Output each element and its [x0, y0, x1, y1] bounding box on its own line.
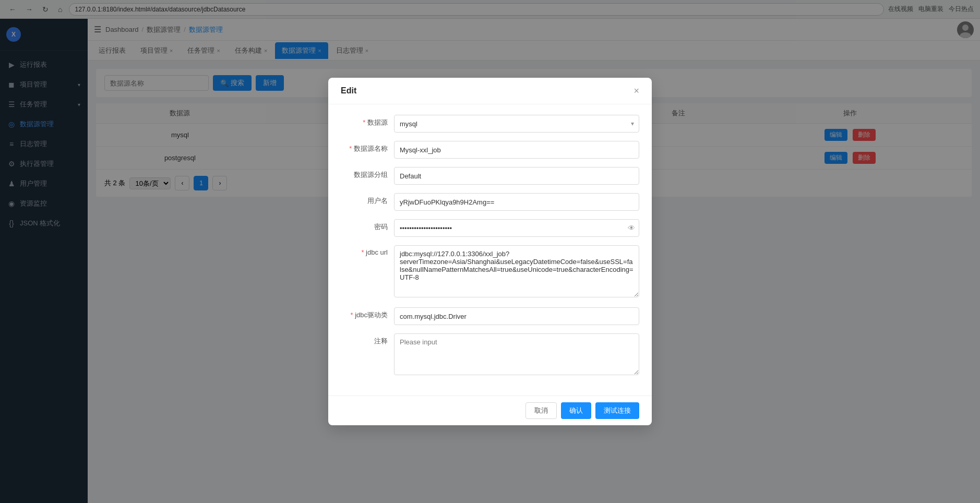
test-connection-button[interactable]: 测试连接	[595, 402, 639, 419]
password-wrap: 👁	[394, 219, 639, 237]
modal-footer: 取消 确认 测试连接	[328, 396, 652, 425]
comment-wrap	[394, 333, 639, 377]
password-input-wrap: 👁	[394, 219, 639, 237]
jdbc-url-textarea[interactable]: jdbc:mysql://127.0.0.1:3306/xxl_job?serv…	[394, 245, 639, 297]
datasource-wrap: mysql postgresql oracle sqlserver ▾	[394, 115, 639, 133]
modal-header: Edit ×	[328, 78, 652, 104]
jdbc-driver-input[interactable]	[394, 307, 639, 325]
form-row-datasource-name: 数据源名称	[341, 141, 639, 159]
form-row-jdbc-url: jdbc url jdbc:mysql://127.0.0.1:3306/xxl…	[341, 245, 639, 299]
edit-modal: Edit × 数据源 mysql postgresql oracle sqlse…	[328, 78, 652, 425]
cancel-button[interactable]: 取消	[525, 402, 557, 419]
label-jdbc-driver: jdbc驱动类	[341, 307, 388, 320]
datasource-select-wrap: mysql postgresql oracle sqlserver ▾	[394, 115, 639, 133]
modal-body: 数据源 mysql postgresql oracle sqlserver ▾	[328, 104, 652, 396]
comment-textarea[interactable]	[394, 333, 639, 375]
password-visibility-toggle[interactable]: 👁	[628, 224, 635, 232]
modal-overlay: Edit × 数据源 mysql postgresql oracle sqlse…	[0, 0, 980, 503]
form-row-username: 用户名	[341, 193, 639, 211]
form-row-datasource: 数据源 mysql postgresql oracle sqlserver ▾	[341, 115, 639, 133]
label-datasource-name: 数据源名称	[341, 141, 388, 153]
label-comment: 注释	[341, 333, 388, 346]
datasource-name-wrap	[394, 141, 639, 159]
datasource-group-wrap	[394, 167, 639, 185]
username-wrap	[394, 193, 639, 211]
datasource-group-input[interactable]	[394, 167, 639, 185]
datasource-select[interactable]: mysql postgresql oracle sqlserver	[394, 115, 639, 133]
label-datasource-group: 数据源分组	[341, 167, 388, 179]
confirm-button[interactable]: 确认	[561, 402, 591, 419]
username-input[interactable]	[394, 193, 639, 211]
label-jdbc-url: jdbc url	[341, 245, 388, 256]
form-row-datasource-group: 数据源分组	[341, 167, 639, 185]
label-username: 用户名	[341, 193, 388, 206]
form-row-password: 密码 👁	[341, 219, 639, 237]
modal-close-button[interactable]: ×	[634, 86, 639, 95]
jdbc-url-wrap: jdbc:mysql://127.0.0.1:3306/xxl_job?serv…	[394, 245, 639, 299]
modal-title: Edit	[341, 86, 356, 95]
datasource-name-input[interactable]	[394, 141, 639, 159]
form-row-comment: 注释	[341, 333, 639, 377]
password-input[interactable]	[394, 219, 639, 237]
label-password: 密码	[341, 219, 388, 232]
form-row-jdbc-driver: jdbc驱动类	[341, 307, 639, 325]
jdbc-driver-wrap	[394, 307, 639, 325]
label-datasource: 数据源	[341, 115, 388, 127]
